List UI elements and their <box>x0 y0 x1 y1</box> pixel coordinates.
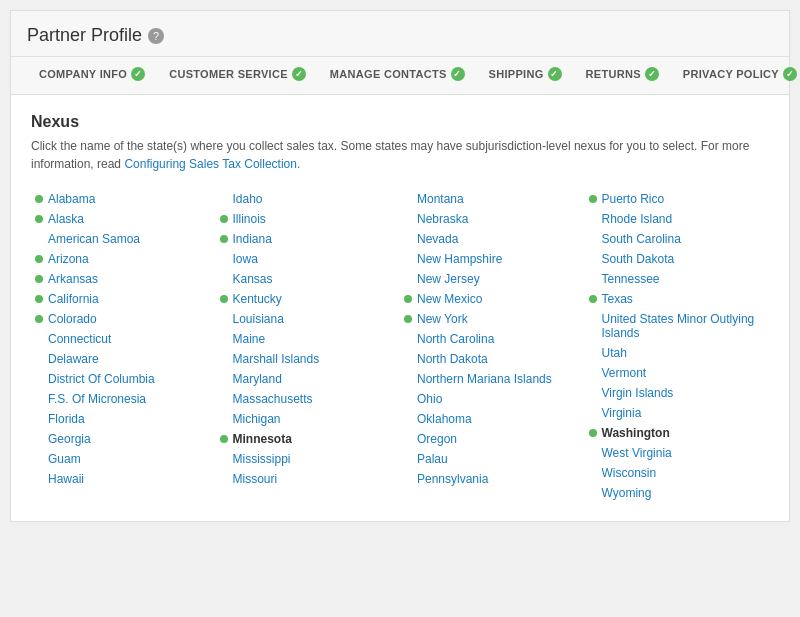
state-name: Iowa <box>233 252 258 266</box>
state-item[interactable]: Illinois <box>216 209 401 229</box>
state-item[interactable]: Arkansas <box>31 269 216 289</box>
section-title: Nexus <box>31 113 769 131</box>
state-item[interactable]: Guam <box>31 449 216 469</box>
state-item[interactable]: Ohio <box>400 389 585 409</box>
state-item[interactable]: California <box>31 289 216 309</box>
state-item[interactable]: Mississippi <box>216 449 401 469</box>
state-item[interactable]: Rhode Island <box>585 209 770 229</box>
state-col-0: AlabamaAlaskaAmerican SamoaArizonaArkans… <box>31 189 216 503</box>
state-item[interactable]: Idaho <box>216 189 401 209</box>
state-item[interactable]: Puerto Rico <box>585 189 770 209</box>
state-name: Palau <box>417 452 448 466</box>
page-container: Partner Profile ? COMPANY INFO✓CUSTOMER … <box>10 10 790 522</box>
state-item[interactable]: Virgin Islands <box>585 383 770 403</box>
state-name: Nevada <box>417 232 458 246</box>
nav-tab-company-info[interactable]: COMPANY INFO✓ <box>27 57 157 94</box>
nav-tab-privacy-policy[interactable]: PRIVACY POLICY✓ <box>671 57 800 94</box>
state-item[interactable]: Montana <box>400 189 585 209</box>
state-name: New Jersey <box>417 272 480 286</box>
state-name: Oregon <box>417 432 457 446</box>
state-item[interactable]: New York <box>400 309 585 329</box>
state-name: American Samoa <box>48 232 140 246</box>
state-name: New York <box>417 312 468 326</box>
state-item[interactable]: Connecticut <box>31 329 216 349</box>
state-name: Minnesota <box>233 432 292 446</box>
selected-dot <box>35 295 43 303</box>
state-item[interactable]: District Of Columbia <box>31 369 216 389</box>
state-item[interactable]: American Samoa <box>31 229 216 249</box>
state-name: Kansas <box>233 272 273 286</box>
selected-dot <box>220 295 228 303</box>
state-item[interactable]: Michigan <box>216 409 401 429</box>
state-item[interactable]: New Hampshire <box>400 249 585 269</box>
state-item[interactable]: Minnesota <box>216 429 401 449</box>
state-item[interactable]: New Mexico <box>400 289 585 309</box>
state-item[interactable]: Pennsylvania <box>400 469 585 489</box>
state-name: Montana <box>417 192 464 206</box>
state-item[interactable]: Utah <box>585 343 770 363</box>
state-item[interactable]: Kansas <box>216 269 401 289</box>
state-name: Colorado <box>48 312 97 326</box>
state-name: North Carolina <box>417 332 494 346</box>
state-item[interactable]: Arizona <box>31 249 216 269</box>
state-item[interactable]: Massachusetts <box>216 389 401 409</box>
state-item[interactable]: Washington <box>585 423 770 443</box>
state-item[interactable]: West Virginia <box>585 443 770 463</box>
state-item[interactable]: Texas <box>585 289 770 309</box>
state-name: Rhode Island <box>602 212 673 226</box>
state-item[interactable]: Northern Mariana Islands <box>400 369 585 389</box>
state-item[interactable]: Vermont <box>585 363 770 383</box>
state-item[interactable]: United States Minor Outlying Islands <box>585 309 770 343</box>
state-item[interactable]: Marshall Islands <box>216 349 401 369</box>
state-item[interactable]: Wyoming <box>585 483 770 503</box>
state-item[interactable]: South Carolina <box>585 229 770 249</box>
state-item[interactable]: Wisconsin <box>585 463 770 483</box>
help-icon[interactable]: ? <box>148 28 164 44</box>
state-item[interactable]: F.S. Of Micronesia <box>31 389 216 409</box>
state-item[interactable]: North Dakota <box>400 349 585 369</box>
state-name: Connecticut <box>48 332 111 346</box>
state-item[interactable]: Indiana <box>216 229 401 249</box>
selected-dot <box>35 255 43 263</box>
state-name: West Virginia <box>602 446 672 460</box>
state-col-2: MontanaNebraskaNevadaNew HampshireNew Je… <box>400 189 585 503</box>
state-item[interactable]: Delaware <box>31 349 216 369</box>
state-item[interactable]: Maine <box>216 329 401 349</box>
configuring-link[interactable]: Configuring Sales Tax Collection. <box>124 157 300 171</box>
nav-tab-label: SHIPPING <box>489 68 544 80</box>
check-icon: ✓ <box>645 67 659 81</box>
nav-tab-returns[interactable]: RETURNS✓ <box>574 57 671 94</box>
nav-tab-shipping[interactable]: SHIPPING✓ <box>477 57 574 94</box>
state-item[interactable]: Missouri <box>216 469 401 489</box>
state-item[interactable]: Nevada <box>400 229 585 249</box>
state-name: North Dakota <box>417 352 488 366</box>
state-name: Wyoming <box>602 486 652 500</box>
state-item[interactable]: North Carolina <box>400 329 585 349</box>
state-item[interactable]: Virginia <box>585 403 770 423</box>
state-item[interactable]: Alaska <box>31 209 216 229</box>
state-item[interactable]: Maryland <box>216 369 401 389</box>
selected-dot <box>589 295 597 303</box>
state-item[interactable]: New Jersey <box>400 269 585 289</box>
state-name: Virgin Islands <box>602 386 674 400</box>
state-name: Pennsylvania <box>417 472 488 486</box>
state-item[interactable]: Kentucky <box>216 289 401 309</box>
state-item[interactable]: Nebraska <box>400 209 585 229</box>
state-name: South Dakota <box>602 252 675 266</box>
state-item[interactable]: Alabama <box>31 189 216 209</box>
state-item[interactable]: Florida <box>31 409 216 429</box>
state-item[interactable]: Georgia <box>31 429 216 449</box>
state-item[interactable]: South Dakota <box>585 249 770 269</box>
state-name: F.S. Of Micronesia <box>48 392 146 406</box>
state-item[interactable]: Iowa <box>216 249 401 269</box>
state-item[interactable]: Palau <box>400 449 585 469</box>
state-item[interactable]: Tennessee <box>585 269 770 289</box>
state-name: United States Minor Outlying Islands <box>602 312 766 340</box>
state-item[interactable]: Hawaii <box>31 469 216 489</box>
state-item[interactable]: Oklahoma <box>400 409 585 429</box>
nav-tab-manage-contacts[interactable]: MANAGE CONTACTS✓ <box>318 57 477 94</box>
state-item[interactable]: Oregon <box>400 429 585 449</box>
state-item[interactable]: Louisiana <box>216 309 401 329</box>
state-item[interactable]: Colorado <box>31 309 216 329</box>
nav-tab-customer-service[interactable]: CUSTOMER SERVICE✓ <box>157 57 318 94</box>
